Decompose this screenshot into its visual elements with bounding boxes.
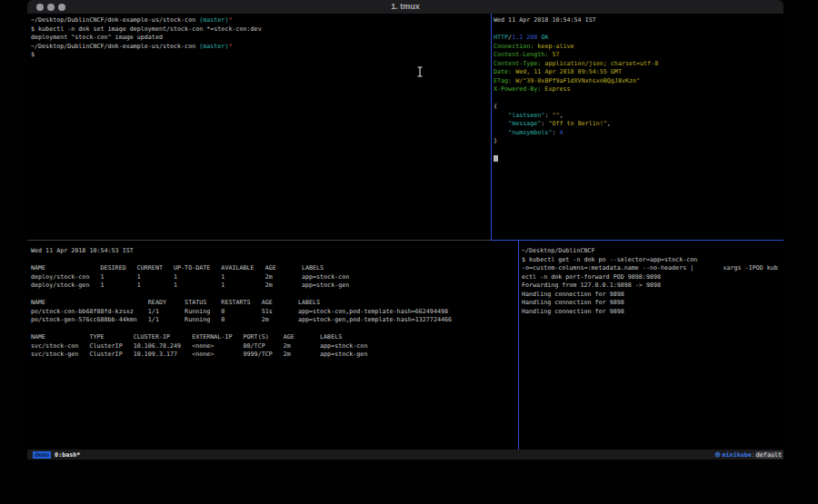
pane-divider-horizontal-right[interactable] (491, 240, 783, 241)
terminal-line: svc/stock-gen ClusterIP 10.109.3.177 <no… (31, 351, 513, 360)
terminal-line: Content-Length: 57 (494, 51, 781, 60)
pane-bottom-left-kubectl-get[interactable]: Wed 11 Apr 2018 10:54:53 ISTNAME DESIRED… (31, 247, 513, 360)
window-title: 1. tmux (27, 2, 783, 11)
kubernetes-helm-icon (714, 451, 721, 458)
terminal-line: Wed 11 Apr 2018 10:54:54 IST (494, 16, 781, 25)
terminal-line: deployment "stock-con" image updated (31, 34, 485, 43)
terminal-line (494, 94, 781, 104)
terminal-line: ETag: W/"39-0xBPf9aF1dXVNxhsxoBQgJ8vKzo" (494, 77, 781, 86)
pane-divider-horizontal-left[interactable] (27, 240, 491, 241)
terminal-line: Date: Wed, 11 Apr 2018 09:54:55 GMT (494, 68, 781, 77)
terminal-cursor-line (494, 154, 781, 163)
terminal-window: 1. tmux ~/Desktop/DublinCNCF/dok-example… (27, 0, 783, 460)
mouse-ibeam-cursor (416, 66, 424, 77)
terminal-line: ~/Desktop/DublinCNCF/dok-example-us/stoc… (31, 43, 485, 52)
terminal-cursor (494, 155, 498, 162)
tmux-status-bar: demo 0:bash* minikube : default (27, 450, 783, 460)
terminal-line: Forwarding from 127.0.0.1:9898 -> 9898 (522, 282, 783, 291)
terminal-line: deploy/stock-con 1 1 1 1 2m app=stock-co… (31, 273, 513, 282)
terminal-line: $ kubectl -n dok set image deployment/st… (31, 25, 485, 35)
terminal-line: ~/Desktop/DublinCNCF (522, 247, 783, 256)
pane-top-left-shell[interactable]: ~/Desktop/DublinCNCF/dok-example-us/stoc… (31, 16, 485, 60)
session-name-badge: demo (33, 451, 51, 459)
terminal-line (494, 25, 781, 35)
terminal-line: Handling connection for 9898 (522, 308, 783, 317)
terminal-line (494, 146, 781, 155)
terminal-line: $ (31, 51, 485, 60)
pane-divider-vertical-bottom[interactable] (518, 241, 519, 450)
terminal-line: po/stock-con-bb68f88fd-kzsxz 1/1 Running… (31, 308, 513, 317)
terminal-line: ~/Desktop/DublinCNCF/dok-example-us/stoc… (31, 16, 485, 25)
kube-context-label: minikube (723, 451, 752, 459)
terminal-line: Wed 11 Apr 2018 10:54:53 IST (31, 247, 513, 256)
terminal-line: Connection: keep-alive (494, 43, 781, 52)
terminal-line: ectl -n dok port-forward POD 9898:9898 (522, 273, 783, 282)
window-titlebar[interactable]: 1. tmux (27, 0, 783, 14)
pane-top-right-http-response[interactable]: Wed 11 Apr 2018 10:54:54 ISTHTTP/1.1 200… (494, 16, 781, 163)
terminal-line: "numsymbols": 4 (494, 129, 781, 138)
window-tab[interactable]: 0:bash* (55, 451, 80, 459)
terminal-line: "message": "Off to Berlin!", (494, 120, 781, 129)
status-right: minikube : default (714, 451, 783, 459)
terminal-line: NAME DESIRED CURRENT UP-TO-DATE AVAILABL… (31, 264, 513, 273)
pane-divider-vertical-top[interactable] (491, 14, 492, 240)
terminal-line: } (494, 137, 781, 146)
terminal-line: NAME TYPE CLUSTER-IP EXTERNAL-IP PORT(S)… (31, 333, 513, 342)
terminal-line: Handling connection for 9898 (522, 299, 783, 308)
terminal-line: -o=custom-columns=:metadata.name --no-he… (522, 264, 783, 273)
kube-namespace-label: default (755, 451, 783, 459)
terminal-line: svc/stock-con ClusterIP 10.106.78.249 <n… (31, 342, 513, 351)
terminal-line: "lastseen": "", (494, 112, 781, 121)
terminal-line: X-Powered-By: Express (494, 85, 781, 94)
screen: 1. tmux ~/Desktop/DublinCNCF/dok-example… (0, 0, 818, 504)
terminal-line: HTTP/1.1 200 OK (494, 34, 781, 43)
terminal-line (31, 291, 513, 300)
terminal-line: { (494, 103, 781, 112)
terminal-line (31, 325, 513, 334)
terminal-line: po/stock-gen-576cc688bb-44kmn 1/1 Runnin… (31, 316, 513, 325)
terminal-line: Content-Type: application/json; charset=… (494, 60, 781, 69)
terminal-line: Handling connection for 9898 (522, 291, 783, 300)
terminal-line: $ kubectl get -n dok po --selector=app=s… (522, 256, 783, 265)
terminal-line (31, 256, 513, 265)
terminal-area: ~/Desktop/DublinCNCF/dok-example-us/stoc… (27, 14, 783, 450)
pane-bottom-right-port-forward[interactable]: ~/Desktop/DublinCNCF$ kubectl get -n dok… (522, 247, 783, 316)
terminal-line: deploy/stock-gen 1 1 1 1 2m app=stock-ge… (31, 282, 513, 291)
terminal-line: NAME READY STATUS RESTARTS AGE LABELS (31, 299, 513, 308)
status-left: demo 0:bash* (33, 451, 80, 459)
